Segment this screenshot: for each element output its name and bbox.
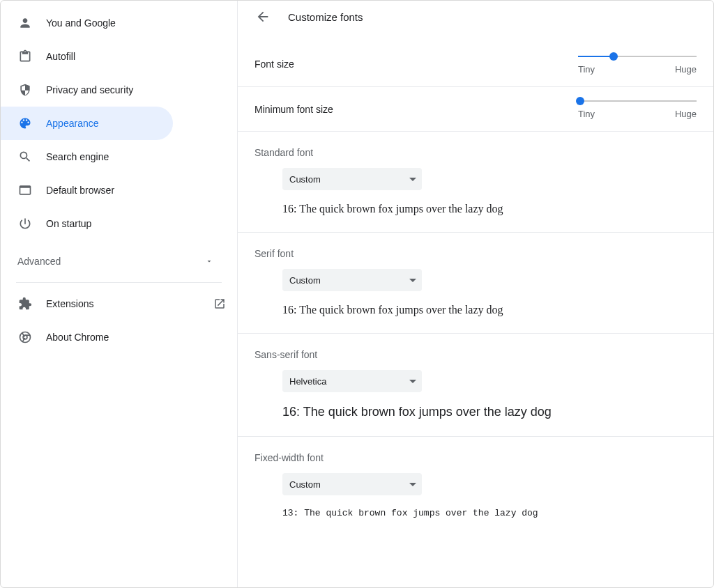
search-icon bbox=[18, 150, 32, 164]
sans-serif-font-dropdown[interactable]: Helvetica bbox=[282, 370, 422, 392]
sidebar-link-about[interactable]: About Chrome bbox=[1, 320, 237, 354]
sidebar-item-search-engine[interactable]: Search engine bbox=[1, 140, 173, 173]
section-label: Standard font bbox=[255, 147, 697, 158]
standard-font-dropdown[interactable]: Custom bbox=[282, 168, 422, 190]
slider-min-label: Tiny bbox=[578, 64, 595, 75]
section-label: Serif font bbox=[255, 248, 697, 259]
settings-rows: Font size Tiny Huge Minimum font size bbox=[238, 42, 713, 587]
sidebar-item-privacy[interactable]: Privacy and security bbox=[1, 73, 173, 107]
person-icon bbox=[18, 16, 32, 30]
chevron-down-icon bbox=[409, 483, 416, 486]
serif-font-dropdown[interactable]: Custom bbox=[282, 269, 422, 291]
slider-max-label: Huge bbox=[675, 64, 697, 75]
advanced-label: Advanced bbox=[17, 256, 61, 267]
external-link-icon bbox=[213, 297, 226, 310]
fixed-width-font-dropdown[interactable]: Custom bbox=[282, 473, 422, 495]
section-sans-serif-font: Sans-serif font Helvetica 16: The quick … bbox=[238, 333, 713, 436]
main-header: Customize fonts bbox=[238, 1, 713, 42]
nav-list: You and Google Autofill Privacy and secu… bbox=[1, 6, 237, 240]
font-size-slider[interactable]: Tiny Huge bbox=[578, 54, 697, 75]
chevron-down-icon bbox=[205, 257, 213, 265]
section-label: Sans-serif font bbox=[255, 349, 697, 360]
dropdown-value: Custom bbox=[289, 275, 321, 286]
row-font-size: Font size Tiny Huge bbox=[238, 42, 713, 86]
clipboard-icon bbox=[18, 49, 32, 63]
settings-sidebar: You and Google Autofill Privacy and secu… bbox=[1, 1, 238, 587]
divider bbox=[16, 282, 222, 283]
browser-icon bbox=[18, 183, 32, 197]
back-button[interactable] bbox=[255, 8, 271, 25]
slider-max-label: Huge bbox=[675, 109, 697, 119]
palette-icon bbox=[18, 116, 32, 130]
sidebar-item-you-and-google[interactable]: You and Google bbox=[1, 6, 173, 40]
chevron-down-icon bbox=[409, 178, 416, 181]
sidebar-item-on-startup[interactable]: On startup bbox=[1, 207, 173, 240]
dropdown-value: Custom bbox=[289, 479, 321, 490]
row-min-font-size: Minimum font size Tiny Huge bbox=[238, 86, 713, 131]
sidebar-item-label: Autofill bbox=[46, 51, 173, 62]
chrome-icon bbox=[18, 330, 32, 344]
min-font-size-slider[interactable]: Tiny Huge bbox=[578, 99, 697, 119]
sidebar-item-label: Search engine bbox=[46, 151, 173, 162]
chevron-down-icon bbox=[409, 279, 416, 282]
advanced-toggle[interactable]: Advanced bbox=[1, 245, 237, 278]
sidebar-item-autofill[interactable]: Autofill bbox=[1, 40, 173, 73]
section-fixed-width-font: Fixed-width font Custom 13: The quick br… bbox=[238, 436, 713, 535]
sans-serif-font-sample: 16: The quick brown fox jumps over the l… bbox=[282, 405, 697, 419]
sidebar-item-default-browser[interactable]: Default browser bbox=[1, 173, 173, 207]
chevron-down-icon bbox=[409, 380, 416, 383]
serif-font-sample: 16: The quick brown fox jumps over the l… bbox=[282, 304, 697, 316]
sidebar-link-extensions[interactable]: Extensions bbox=[1, 287, 237, 320]
sidebar-item-label: You and Google bbox=[46, 17, 173, 29]
extension-icon bbox=[18, 297, 32, 311]
slider-min-label: Tiny bbox=[578, 109, 595, 119]
shield-icon bbox=[18, 83, 32, 97]
section-label: Fixed-width font bbox=[255, 452, 697, 463]
sidebar-item-label: Default browser bbox=[46, 185, 173, 196]
power-icon bbox=[18, 217, 32, 231]
row-label: Minimum font size bbox=[255, 104, 578, 115]
dropdown-value: Helvetica bbox=[289, 376, 326, 387]
sidebar-item-appearance[interactable]: Appearance bbox=[1, 107, 173, 140]
fixed-width-font-sample: 13: The quick brown fox jumps over the l… bbox=[282, 508, 697, 518]
section-standard-font: Standard font Custom 16: The quick brown… bbox=[238, 131, 713, 232]
sidebar-item-label: Appearance bbox=[46, 118, 173, 129]
section-serif-font: Serif font Custom 16: The quick brown fo… bbox=[238, 232, 713, 333]
page-title: Customize fonts bbox=[288, 11, 363, 23]
row-label: Font size bbox=[255, 59, 578, 70]
dropdown-value: Custom bbox=[289, 174, 321, 185]
sidebar-link-label: About Chrome bbox=[46, 332, 237, 343]
main-panel: Customize fonts Font size Tiny Huge Mini… bbox=[238, 1, 713, 587]
sidebar-link-label: Extensions bbox=[46, 298, 199, 309]
sidebar-item-label: Privacy and security bbox=[46, 84, 173, 95]
sidebar-item-label: On startup bbox=[46, 218, 173, 229]
svg-point-0 bbox=[20, 332, 31, 343]
standard-font-sample: 16: The quick brown fox jumps over the l… bbox=[282, 203, 697, 215]
